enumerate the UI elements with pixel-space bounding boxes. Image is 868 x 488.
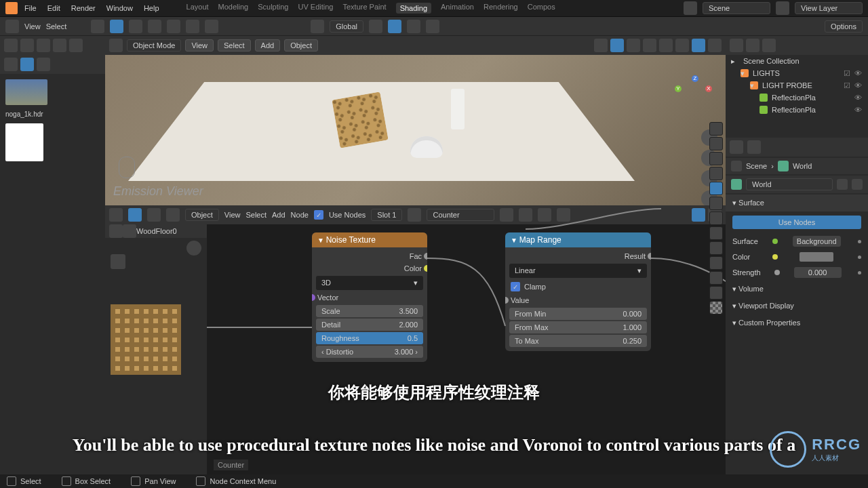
- world-breadcrumb[interactable]: World: [793, 162, 812, 170]
- workspace-texture-paint[interactable]: Texture Paint: [342, 3, 386, 14]
- scene-icon[interactable]: [684, 1, 697, 15]
- editor-type-shader-icon[interactable]: [109, 208, 123, 222]
- cursor-tool-icon[interactable]: [91, 20, 104, 33]
- shading-solid-icon[interactable]: [675, 39, 689, 52]
- strength-value-field[interactable]: 0.000: [794, 267, 842, 278]
- props-tab-constraint[interactable]: [709, 256, 723, 270]
- view-menu[interactable]: View: [24, 22, 41, 30]
- gizmo-y-axis[interactable]: Y: [675, 85, 682, 92]
- clamp-checkbox[interactable]: ✓: [511, 282, 520, 291]
- socket-color-out[interactable]: [424, 265, 427, 272]
- props-editor-icon[interactable]: [730, 140, 743, 154]
- xray-icon[interactable]: [643, 39, 656, 52]
- material-new-icon[interactable]: [500, 208, 513, 222]
- surface-type-dropdown[interactable]: Background: [793, 236, 841, 247]
- world-datablock-field[interactable]: World: [746, 178, 833, 190]
- outliner-light-probe[interactable]: ▾LIGHT PROBE☑👁: [726, 79, 868, 92]
- node-pan-hand-icon[interactable]: [111, 254, 125, 269]
- filter-icon[interactable]: [37, 58, 50, 71]
- noise-distortion-field[interactable]: ‹ Distortio3.000 ›: [316, 346, 423, 358]
- material-copy-icon[interactable]: [519, 208, 532, 222]
- outliner-reflection-2[interactable]: ReflectionPla👁: [726, 104, 868, 116]
- vp-select-menu[interactable]: Select: [218, 39, 251, 52]
- gizmo-toggle-icon[interactable]: [610, 39, 624, 52]
- socket-result-out[interactable]: [648, 253, 651, 260]
- props-tab-render[interactable]: [709, 122, 723, 136]
- hdr-thumbnail[interactable]: [5, 79, 47, 105]
- nav-folder-icon[interactable]: [69, 39, 83, 52]
- props-search-icon[interactable]: [747, 140, 761, 154]
- props-tab-scene[interactable]: [709, 167, 723, 180]
- prop-edit-icon[interactable]: [426, 20, 439, 33]
- maprange-tomax-field[interactable]: To Max0.250: [509, 335, 647, 347]
- gizmo-z-axis[interactable]: Z: [692, 75, 698, 82]
- shading-material-icon[interactable]: [692, 39, 705, 52]
- world-unlink-icon[interactable]: [852, 179, 863, 190]
- nav-prev-icon[interactable]: [37, 39, 50, 52]
- select-tool-icon[interactable]: [110, 20, 123, 33]
- props-tab-output[interactable]: [709, 137, 723, 150]
- outliner-editor-icon[interactable]: [730, 39, 743, 52]
- workspace-sculpting[interactable]: Sculpting: [258, 3, 288, 14]
- undo-icon[interactable]: [4, 39, 18, 52]
- node-title-maprange[interactable]: Map Range: [505, 232, 651, 247]
- snap-tool-1-icon[interactable]: [129, 20, 142, 33]
- node-side-settings-icon[interactable]: [109, 224, 123, 238]
- vp-object-menu[interactable]: Object: [284, 39, 318, 52]
- node-noise-texture[interactable]: Noise Texture Fac Color 3D▾ Vector Scale…: [312, 232, 427, 362]
- node-title-noise[interactable]: Noise Texture: [312, 232, 427, 247]
- orientation-icon[interactable]: [311, 20, 324, 33]
- gizmo-x-axis[interactable]: X: [705, 85, 712, 92]
- props-tab-viewlayer[interactable]: [709, 152, 723, 165]
- node-map-range[interactable]: Map Range Result Linear▾ ✓Clamp Value Fr…: [505, 232, 651, 351]
- shader-type-icon[interactable]: [166, 208, 180, 222]
- custom-props-panel-header[interactable]: Custom Properties: [726, 314, 868, 331]
- node-zoom-icon[interactable]: [186, 241, 201, 256]
- world-breadcrumb-icon[interactable]: [778, 161, 789, 171]
- menu-window[interactable]: Window: [106, 4, 133, 12]
- socket-value-in[interactable]: [505, 297, 509, 304]
- node-select-menu[interactable]: Select: [245, 211, 267, 219]
- vp-add-menu[interactable]: Add: [255, 39, 281, 52]
- display-mode-icon[interactable]: [20, 58, 34, 71]
- outliner-search-icon[interactable]: [762, 39, 776, 52]
- node-add-menu[interactable]: Add: [272, 211, 285, 219]
- material-icon[interactable]: [408, 208, 421, 222]
- scene-field[interactable]: Scene: [703, 2, 770, 14]
- outliner-reflection-1[interactable]: ReflectionPla👁: [726, 92, 868, 104]
- menu-edit[interactable]: Edit: [47, 4, 60, 12]
- outliner-lights[interactable]: ▾LIGHTS☑👁: [726, 67, 868, 79]
- scene-breadcrumb-icon[interactable]: [731, 161, 742, 171]
- workspace-modeling[interactable]: Modeling: [218, 3, 249, 14]
- shading-rendered-icon[interactable]: [708, 39, 722, 52]
- use-nodes-checkbox[interactable]: ✓: [314, 210, 323, 220]
- workspace-animation[interactable]: Animation: [441, 3, 474, 14]
- workspace-uv[interactable]: UV Editing: [298, 3, 333, 14]
- maprange-interp-dropdown[interactable]: Linear▾: [509, 264, 647, 278]
- noise-detail-field[interactable]: Detail2.000: [316, 319, 423, 331]
- shader-type-dropdown[interactable]: Object: [185, 209, 219, 221]
- 3d-viewport-scene[interactable]: Emission Viewer Z Y X: [105, 55, 726, 205]
- props-tab-object[interactable]: [709, 197, 723, 210]
- workspace-layout[interactable]: Layout: [186, 3, 209, 14]
- select-menu[interactable]: Select: [46, 22, 67, 30]
- snap-type-icon[interactable]: [407, 20, 420, 33]
- vp-view-menu[interactable]: View: [185, 39, 214, 52]
- maprange-frommin-field[interactable]: From Min0.000: [509, 308, 647, 320]
- node-select-tool-icon[interactable]: [128, 208, 142, 222]
- nav-refresh-icon[interactable]: [53, 39, 66, 52]
- props-tab-material[interactable]: [709, 286, 723, 300]
- snap-tool-4-icon[interactable]: [186, 20, 199, 33]
- props-tab-modifier[interactable]: [709, 211, 723, 225]
- outliner-display-icon[interactable]: [746, 39, 760, 52]
- node-view-menu[interactable]: View: [224, 211, 241, 219]
- workspace-compositing[interactable]: Compos: [528, 3, 555, 14]
- menu-file[interactable]: File: [24, 4, 37, 12]
- pivot-icon[interactable]: [369, 20, 382, 33]
- viewport-display-panel-header[interactable]: Viewport Display: [726, 298, 868, 314]
- noise-dimensions-dropdown[interactable]: 3D▾: [316, 276, 423, 290]
- workspace-rendering[interactable]: Rendering: [484, 3, 518, 14]
- maprange-frommax-field[interactable]: From Max1.000: [509, 321, 647, 333]
- filebrowse-icon[interactable]: [5, 20, 19, 33]
- blank-thumbnail[interactable]: [5, 123, 43, 161]
